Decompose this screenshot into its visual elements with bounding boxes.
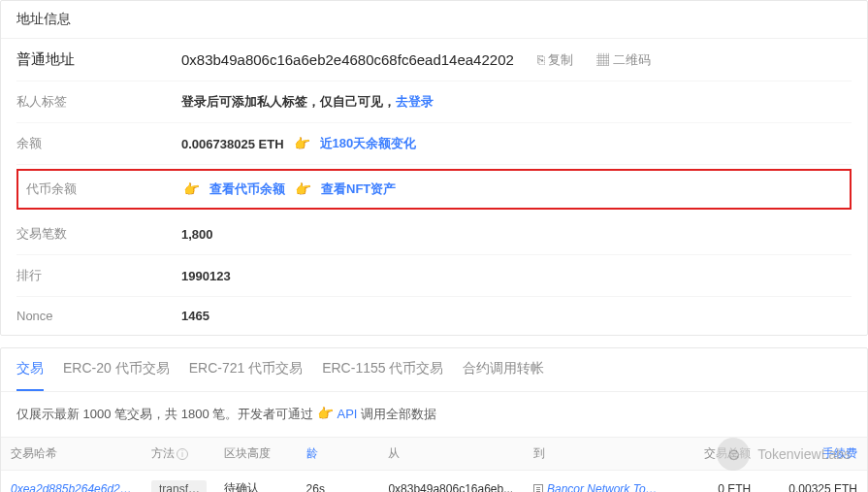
pointer-icon: 👉 (292, 135, 311, 153)
rank-label: 排行 (16, 267, 181, 284)
nonce-row: Nonce 1465 (16, 297, 852, 335)
qr-button[interactable]: ▦ 二维码 (596, 51, 651, 69)
address-row: 普通地址 0x83b49a806c16a6eb2e4680c68fc6ead14… (16, 39, 852, 82)
view-nft-assets-link[interactable]: 查看NFT资产 (321, 180, 396, 198)
api-link[interactable]: API (338, 407, 358, 421)
login-link[interactable]: 去登录 (396, 94, 434, 109)
tx-from: 0x83b49a806c16a6eb... (378, 471, 524, 493)
col-method: 方法i (142, 438, 214, 471)
tab-erc20[interactable]: ERC-20 代币交易 (63, 348, 170, 391)
col-hash: 交易哈希 (1, 438, 142, 471)
tabs-bar: 交易 ERC-20 代币交易 ERC-721 代币交易 ERC-1155 代币交… (1, 348, 867, 392)
pointer-icon: 👉 (316, 405, 336, 423)
address-type-label: 普通地址 (16, 50, 181, 69)
pagination-note: 仅展示最新 1000 笔交易，共 1800 笔。开发者可通过 👉 API 调用全… (1, 392, 867, 437)
pointer-icon: 👉 (294, 180, 313, 199)
private-tag-label: 私人标签 (16, 93, 181, 111)
tx-method: transfer (142, 471, 214, 493)
tx-fee: 0.00325 ETH (760, 471, 867, 493)
qrcode-icon: ▦ (596, 52, 609, 67)
tx-age: 26s (297, 471, 379, 493)
card-title: 地址信息 (1, 1, 867, 39)
tx-to-link[interactable]: Bancor Network Token (524, 471, 669, 493)
address-value: 0x83b49a806c16a6eb2e4680c68fc6ead14ea422… (181, 51, 514, 68)
tx-hash-link[interactable]: 0xea2d885b264e6d28... (1, 471, 142, 493)
tx-amount: 0 ETH (669, 471, 761, 493)
copy-button[interactable]: ⎘ 复制 (537, 51, 574, 69)
copy-icon: ⎘ (537, 52, 545, 67)
tx-block: 待确认 (214, 471, 297, 493)
balance-value: 0.006738025 ETH (181, 137, 284, 151)
col-age[interactable]: 龄 (297, 438, 379, 471)
balance-history-link[interactable]: 近180天余额变化 (320, 135, 417, 152)
table-row: 0xea2d885b264e6d28...transfer待确认26s0x83b… (1, 471, 867, 493)
tx-count-row: 交易笔数 1,800 (16, 213, 852, 255)
view-token-balance-link[interactable]: 查看代币余额 (209, 180, 285, 198)
balance-label: 余额 (16, 135, 181, 152)
col-from: 从 (378, 438, 524, 471)
address-info-card: 地址信息 普通地址 0x83b49a806c16a6eb2e4680c68fc6… (0, 0, 868, 336)
tab-contract-calls[interactable]: 合约调用转帐 (463, 348, 544, 391)
tx-count-label: 交易笔数 (16, 225, 181, 243)
private-tag-row: 私人标签 登录后可添加私人标签，仅自己可见，去登录 (16, 82, 852, 123)
col-to: 到 (524, 438, 669, 471)
rank-value: 1990123 (181, 269, 852, 283)
watermark: ⊜ TokenviewLabs (717, 438, 851, 471)
token-balance-highlight: 代币余额 👉 查看代币余额 👉 查看NFT资产 (16, 169, 852, 210)
watermark-text: TokenviewLabs (757, 446, 851, 462)
tx-count-value: 1,800 (181, 227, 852, 242)
token-balance-label: 代币余额 (26, 180, 183, 198)
watermark-icon: ⊜ (717, 438, 750, 471)
nonce-label: Nonce (16, 309, 181, 323)
col-block: 区块高度 (214, 438, 297, 471)
contract-icon (533, 484, 543, 492)
tab-erc1155[interactable]: ERC-1155 代币交易 (322, 348, 443, 391)
nonce-value: 1465 (181, 309, 852, 323)
pointer-icon: 👉 (182, 180, 202, 199)
balance-row: 余额 0.006738025 ETH 👉 近180天余额变化 (16, 123, 852, 165)
info-icon[interactable]: i (177, 448, 188, 460)
rank-row: 排行 1990123 (16, 255, 852, 297)
tab-erc721[interactable]: ERC-721 代币交易 (189, 348, 303, 391)
token-balance-row: 代币余额 👉 查看代币余额 👉 查看NFT资产 (26, 177, 842, 202)
tab-transactions[interactable]: 交易 (16, 348, 44, 391)
